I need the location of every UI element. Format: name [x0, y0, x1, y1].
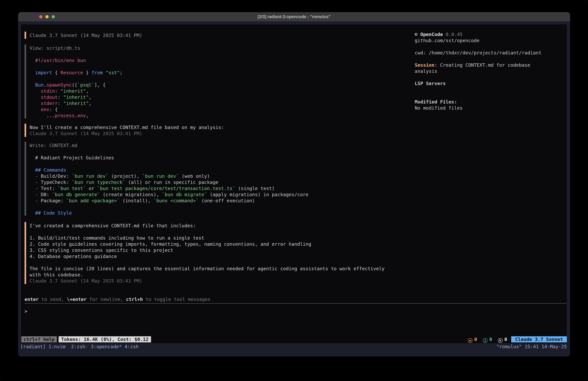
msg2-meta: Claude 3.7 Sonnet (14 May 2025 03:41 PM)	[30, 131, 142, 136]
desktop: [2/3] radiant:3:opencode - "romulus" Cla…	[0, 0, 588, 381]
hint-icon: h	[498, 338, 503, 343]
tool-accent-bar	[24, 142, 26, 216]
tokens-cost-badge: Tokens: 16.4K (8%), Cost: $0.12	[59, 336, 151, 342]
info-icon: i	[483, 338, 487, 343]
modified-files-empty: No modified files	[415, 105, 463, 111]
markdown-line: - Package: `bun add <package>` (install)…	[30, 198, 255, 204]
cwd-path: cwd: /home/thdxr/dev/projects/radiant/ra…	[415, 50, 542, 56]
markdown-line: - Build/Dev: `bun run dev` (project), `b…	[30, 173, 210, 179]
tmux-host-clock: "romulus" 15:41 14-May-25	[497, 344, 567, 350]
msg1-meta: Claude 3.7 Sonnet (14 May 2025 03:41 PM)	[30, 32, 142, 38]
code-line: stdout: "inherit",	[30, 94, 91, 100]
lsp-servers-header: LSP Servers	[415, 80, 446, 87]
prompt-input[interactable]: >	[24, 308, 27, 314]
terminal-viewport: Claude 3.7 Sonnet (14 May 2025 03:41 PM)…	[18, 21, 570, 357]
code-line: ...process.env,	[30, 112, 89, 119]
message-accent-bar	[24, 124, 26, 137]
msg3-line: I've created a comprehensive CONTEXT.md …	[30, 223, 196, 229]
tmux-status-bar: [radiant] 1:nvim 2:zsh- 3:opencode* 4:zs…	[18, 343, 570, 357]
prompt-symbol: >	[24, 309, 27, 314]
app-brand: © OpenCode 0.0.45	[415, 31, 463, 37]
input-separator	[24, 303, 567, 304]
msg2-text: Now I'll create a comprehensive CONTEXT.…	[30, 124, 224, 131]
markdown-line: ## Code Style	[30, 210, 72, 216]
tool1-title: View: script/db.ts	[30, 45, 80, 51]
info-counter: i0	[483, 336, 492, 343]
msg3-line: 2. Code style guidelines covering import…	[30, 241, 311, 247]
repo-link[interactable]: github.com/sst/opencode	[415, 37, 480, 44]
message-accent-bar	[24, 222, 26, 284]
msg3-line: 1. Build/lint/test commands including ho…	[30, 235, 204, 241]
session-title: Session: Creating CONTEXT.md for codebas…	[415, 62, 530, 68]
markdown-line: - TypeCheck: `bun run typecheck` (all) o…	[30, 179, 218, 185]
code-line: import { Resource } from "sst";	[30, 69, 123, 76]
warning-icon: w	[468, 338, 472, 343]
help-badge[interactable]: ctrl+? help	[21, 336, 57, 342]
msg3-line: with this codebase.	[30, 272, 83, 278]
hint-counter: h0	[498, 336, 507, 343]
hint-count: 0	[504, 336, 507, 342]
warning-count: 0	[474, 336, 477, 342]
markdown-line: - DB: `bun db generate` (create migratio…	[30, 191, 309, 198]
message-accent-bar	[24, 32, 26, 39]
session-sidebar: © OpenCode 0.0.45 github.com/sst/opencod…	[415, 24, 566, 137]
code-line: Bun.spawnSync([`psql`], {	[30, 82, 105, 88]
msg3-meta: Claude 3.7 Sonnet (14 May 2025 03:41 PM)	[30, 278, 142, 284]
markdown-line: # Radiant Project Guidelines	[30, 155, 114, 161]
terminal-window: [2/3] radiant:3:opencode - "romulus" Cla…	[18, 12, 570, 357]
msg3-line: The file is concise (20 lines) and captu…	[30, 266, 384, 272]
window-title: [2/3] radiant:3:opencode - "romulus"	[18, 12, 570, 21]
warnings-counter: w0	[468, 336, 477, 343]
status-bar: ctrl+? help Tokens: 16.4K (8%), Cost: $0…	[21, 336, 567, 342]
tmux-session-windows[interactable]: [radiant] 1:nvim 2:zsh- 3:opencode* 4:zs…	[20, 344, 139, 350]
markdown-line: - Test: `bun test` or `bun test packages…	[30, 185, 275, 191]
markdown-line: ## Commands	[30, 167, 66, 173]
session-title-wrap: analysis	[415, 68, 437, 74]
info-count: 0	[489, 336, 492, 342]
code-line: #!/usr/bin/env bun	[30, 57, 86, 64]
modified-files-header: Modified Files:	[415, 99, 457, 105]
tool-accent-bar	[24, 45, 26, 118]
msg3-line: 3. CSS styling conventions specific to t…	[30, 247, 173, 253]
keybinding-hint: enter to send, \+enter for newline, ctrl…	[24, 296, 210, 302]
window-titlebar[interactable]: [2/3] radiant:3:opencode - "romulus"	[18, 12, 570, 21]
model-badge[interactable]: Claude 3.7 Sonnet	[511, 336, 567, 342]
diagnostics-counters: w0 i0 h0	[463, 336, 507, 342]
code-line: stderr: "inherit",	[30, 100, 91, 106]
msg3-line: 4. Database operations guidance	[30, 253, 117, 259]
opencode-app: Claude 3.7 Sonnet (14 May 2025 03:41 PM)…	[21, 24, 567, 343]
code-line: env: {	[30, 106, 58, 112]
tool2-title: Write: CONTEXT.md	[30, 142, 78, 149]
code-line: stdin: "inherit",	[30, 88, 89, 94]
